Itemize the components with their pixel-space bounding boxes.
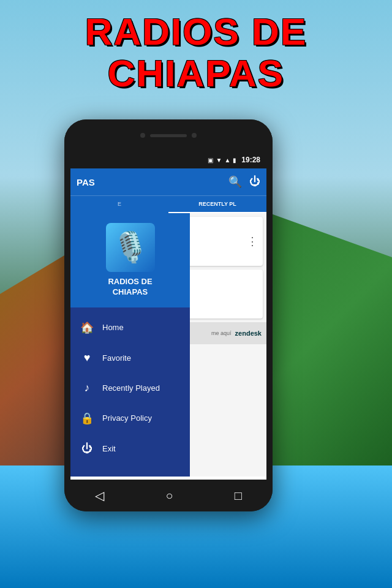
sidebar-item-favorite-label: Favorite bbox=[102, 353, 131, 363]
sidebar-app-name: RADIOS DE CHIAPAS bbox=[108, 277, 152, 298]
wifi-icon: ▼ bbox=[216, 157, 222, 164]
sidebar-item-favorite[interactable]: ♥ Favorite bbox=[70, 343, 190, 373]
sidebar-item-exit-label: Exit bbox=[102, 444, 116, 453]
exit-icon: ⏻ bbox=[80, 442, 94, 455]
recently-played-icon: ♪ bbox=[80, 382, 94, 394]
status-bar: ▣ ▼ ▲ ▮ 19:28 bbox=[70, 151, 266, 168]
tab-bar: E RECENTLY PL bbox=[70, 195, 266, 213]
favorite-icon: ♥ bbox=[80, 352, 94, 364]
home-icon: 🏠 bbox=[80, 321, 94, 334]
clock: 19:28 bbox=[241, 156, 260, 164]
title-line2: CHIAPAS bbox=[0, 53, 392, 94]
phone-bottom-nav: ◁ ○ □ bbox=[64, 480, 273, 511]
vibrate-icon: ▣ bbox=[208, 157, 213, 164]
mic-icon: 🎙️ bbox=[112, 230, 149, 265]
sidebar-logo: 🎙️ RADIOS DE CHIAPAS bbox=[70, 213, 190, 307]
signal-icon: ▲ bbox=[224, 157, 230, 164]
sidebar-item-exit[interactable]: ⏻ Exit bbox=[70, 434, 190, 464]
sidebar-item-home-label: Home bbox=[102, 323, 124, 332]
battery-icon: ▮ bbox=[233, 157, 236, 164]
app-bar-title: PAS bbox=[77, 177, 224, 187]
speaker-grille bbox=[150, 134, 187, 137]
search-icon[interactable]: 🔍 bbox=[228, 175, 242, 189]
phone-top bbox=[64, 119, 273, 151]
content-area: 🎙️ RADIOS DE CHIAPAS 🏠 Home ♥ Favorite ♪ bbox=[70, 213, 266, 477]
app-bar: PAS 🔍 ⏻ bbox=[70, 168, 266, 195]
title-line1: RADIOS DE bbox=[0, 11, 392, 53]
ad-text: me aquí bbox=[211, 330, 232, 336]
sidebar-drawer: 🎙️ RADIOS DE CHIAPAS 🏠 Home ♥ Favorite ♪ bbox=[70, 213, 190, 477]
app-bar-icons: 🔍 ⏻ bbox=[228, 175, 260, 189]
zendesk-logo[interactable]: zendesk bbox=[235, 330, 262, 337]
sidebar-item-privacy-label: Privacy Policy bbox=[102, 413, 152, 423]
camera-dot-2 bbox=[192, 133, 197, 138]
radio-more-btn-1[interactable]: ⋮ bbox=[242, 230, 263, 253]
sidebar-item-recently-label: Recently Played bbox=[102, 383, 160, 393]
recent-apps-button[interactable]: □ bbox=[230, 484, 247, 508]
power-icon[interactable]: ⏻ bbox=[249, 175, 260, 189]
screen: ▣ ▼ ▲ ▮ 19:28 PAS 🔍 ⏻ E RECENTLY PL bbox=[70, 151, 266, 480]
home-button[interactable]: ○ bbox=[160, 484, 178, 508]
tab-home[interactable]: E bbox=[70, 196, 168, 213]
tab-recently-played[interactable]: RECENTLY PL bbox=[168, 196, 266, 213]
big-title: RADIOS DE CHIAPAS bbox=[0, 11, 392, 94]
sidebar-menu: 🏠 Home ♥ Favorite ♪ Recently Played 🔒 Pr… bbox=[70, 307, 190, 469]
lock-icon: 🔒 bbox=[80, 412, 94, 425]
camera-dot bbox=[140, 133, 145, 138]
sidebar-item-privacy[interactable]: 🔒 Privacy Policy bbox=[70, 403, 190, 434]
back-button[interactable]: ◁ bbox=[90, 483, 109, 508]
sidebar-item-recently-played[interactable]: ♪ Recently Played bbox=[70, 373, 190, 403]
sidebar-item-home[interactable]: 🏠 Home bbox=[70, 312, 190, 343]
phone: ▣ ▼ ▲ ▮ 19:28 PAS 🔍 ⏻ E RECENTLY PL bbox=[64, 119, 273, 511]
mic-icon-container: 🎙️ bbox=[106, 223, 155, 272]
